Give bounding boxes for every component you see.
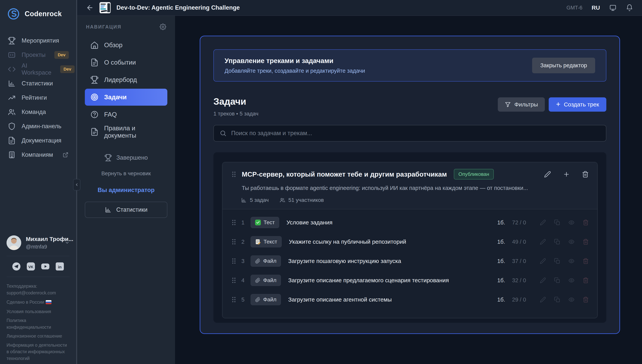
file-text-icon xyxy=(90,128,99,136)
delete-icon[interactable] xyxy=(582,277,589,284)
sidebar-item-documentation[interactable]: Документация xyxy=(6,134,70,148)
edit-pencil-icon[interactable] xyxy=(540,296,546,303)
sidebar-item-ai-workspace[interactable]: AI Workspace Dev xyxy=(6,62,70,76)
user-menu[interactable]: Михаил Трофи... @mtnfa9 xyxy=(6,236,70,250)
drag-handle-icon[interactable] xyxy=(231,258,237,264)
trophy-icon xyxy=(8,37,16,45)
file-text-icon xyxy=(8,136,16,144)
track-description: Ты работаешь в формате agentic engineeri… xyxy=(242,185,589,191)
main-content: Управление треками и задачами Добавляйте… xyxy=(175,16,642,364)
copy-icon[interactable] xyxy=(554,220,560,226)
nav-item-label: FAQ xyxy=(104,111,117,118)
revert-to-draft-link[interactable]: Вернуть в черновик xyxy=(85,170,167,176)
made-in-line: Сделано в России xyxy=(6,299,70,306)
sidebar-item-ratings[interactable]: Рейтинги xyxy=(6,90,70,105)
edit-pencil-icon[interactable] xyxy=(540,239,546,245)
sidebar-item-events[interactable]: Мероприятия xyxy=(6,34,70,48)
search-input[interactable] xyxy=(231,130,600,137)
drag-handle-icon[interactable] xyxy=(231,171,237,178)
task-number: 3 xyxy=(237,258,249,264)
drag-handle-icon[interactable] xyxy=(231,219,237,226)
statistics-button[interactable]: Статистики xyxy=(85,202,167,218)
delete-icon[interactable] xyxy=(582,258,589,264)
sidebar-item-statistics[interactable]: Статистики xyxy=(6,76,70,90)
nav-item-rules[interactable]: Правила и документы xyxy=(85,124,167,140)
edit-pencil-icon[interactable] xyxy=(544,171,551,178)
copy-icon[interactable] xyxy=(554,258,560,264)
vk-icon[interactable]: VK xyxy=(26,262,35,271)
delete-icon[interactable] xyxy=(582,296,589,303)
delete-icon[interactable] xyxy=(582,239,589,245)
monitor-icon[interactable] xyxy=(609,4,616,12)
status-badge: Опубликован xyxy=(454,169,494,180)
target-icon xyxy=(90,93,99,102)
create-track-label: Создать трек xyxy=(564,101,599,108)
russia-flag-icon xyxy=(46,300,52,304)
copy-icon[interactable] xyxy=(554,239,560,245)
language-selector[interactable]: RU xyxy=(592,4,600,11)
admin-role-link[interactable]: Вы администратор xyxy=(85,187,167,194)
linkedin-icon[interactable]: in xyxy=(55,262,64,271)
sidebar-item-companies[interactable]: Компаниям xyxy=(6,148,70,162)
eye-icon[interactable] xyxy=(568,277,574,284)
collapse-sidebar-handle[interactable] xyxy=(73,179,80,190)
eye-icon[interactable] xyxy=(568,220,574,226)
folder-icon xyxy=(8,51,16,59)
sidebar-item-admin-panel[interactable]: Админ-панель xyxy=(6,119,70,134)
timezone-selector[interactable]: GMT-6 xyxy=(566,5,582,11)
back-button[interactable] xyxy=(86,4,94,12)
copy-icon[interactable] xyxy=(554,296,560,303)
delete-track-icon[interactable] xyxy=(582,171,589,178)
bell-icon[interactable] xyxy=(626,4,633,12)
task-title: Условие задания xyxy=(286,219,332,226)
nav-item-overview[interactable]: Обзор xyxy=(85,37,167,54)
chevron-down-icon[interactable] xyxy=(65,240,70,246)
drag-handle-icon[interactable] xyxy=(231,238,237,245)
event-status: Завершено xyxy=(85,154,167,162)
svg-text:VK: VK xyxy=(28,265,34,269)
task-points: 1б. xyxy=(497,239,505,245)
building-icon xyxy=(8,151,16,159)
nav-item-about[interactable]: О событии xyxy=(85,54,167,71)
sidebar-item-team[interactable]: Команда xyxy=(6,105,70,119)
external-link-icon xyxy=(63,152,68,158)
gear-icon[interactable] xyxy=(160,24,166,30)
footer-link-it-info[interactable]: Информация о деятельности в области инфо… xyxy=(6,342,70,362)
add-task-icon[interactable] xyxy=(563,171,570,178)
footer-link-privacy[interactable]: Политика конфиденциальности xyxy=(6,317,70,330)
telegram-icon[interactable] xyxy=(12,262,21,271)
search-bar xyxy=(214,125,606,142)
nav-item-leaderboard[interactable]: Лидерборд xyxy=(85,71,167,88)
brand-logo-row[interactable]: Codenrock xyxy=(7,8,70,20)
topbar-right: GMT-6 RU xyxy=(566,4,633,12)
close-editor-button[interactable]: Закрыть редактор xyxy=(532,58,595,73)
drag-handle-icon[interactable] xyxy=(231,296,237,303)
create-track-button[interactable]: + Создать трек xyxy=(549,97,606,112)
edit-pencil-icon[interactable] xyxy=(540,220,546,226)
banner-title: Управление треками и задачами xyxy=(224,57,365,64)
drag-handle-icon[interactable] xyxy=(231,277,237,284)
nav-item-tasks[interactable]: Задачи xyxy=(85,89,167,106)
support-email-link[interactable]: support@codenrock.com xyxy=(6,290,56,295)
funnel-icon xyxy=(505,102,511,108)
task-row-actions xyxy=(540,239,589,245)
footer-link-license[interactable]: Лицензионное соглашение xyxy=(6,333,70,340)
svg-text:in: in xyxy=(58,265,62,269)
copy-icon[interactable] xyxy=(554,277,560,284)
youtube-icon[interactable] xyxy=(41,262,50,271)
filters-button[interactable]: Фильтры xyxy=(498,97,545,112)
dev-badge: Dev xyxy=(54,51,69,59)
eye-icon[interactable] xyxy=(568,239,574,245)
avatar xyxy=(6,236,21,250)
home-icon xyxy=(90,41,99,49)
nav-item-faq[interactable]: FAQ xyxy=(85,106,167,123)
task-type-badge: Текст xyxy=(251,236,282,247)
delete-icon[interactable] xyxy=(582,220,589,226)
code-icon xyxy=(8,65,16,73)
sidebar-item-projects[interactable]: Проекты Dev xyxy=(6,48,70,62)
footer-link-terms[interactable]: Условия пользования xyxy=(6,308,70,315)
edit-pencil-icon[interactable] xyxy=(540,258,546,264)
eye-icon[interactable] xyxy=(568,258,574,264)
eye-icon[interactable] xyxy=(568,296,574,303)
edit-pencil-icon[interactable] xyxy=(540,277,546,284)
